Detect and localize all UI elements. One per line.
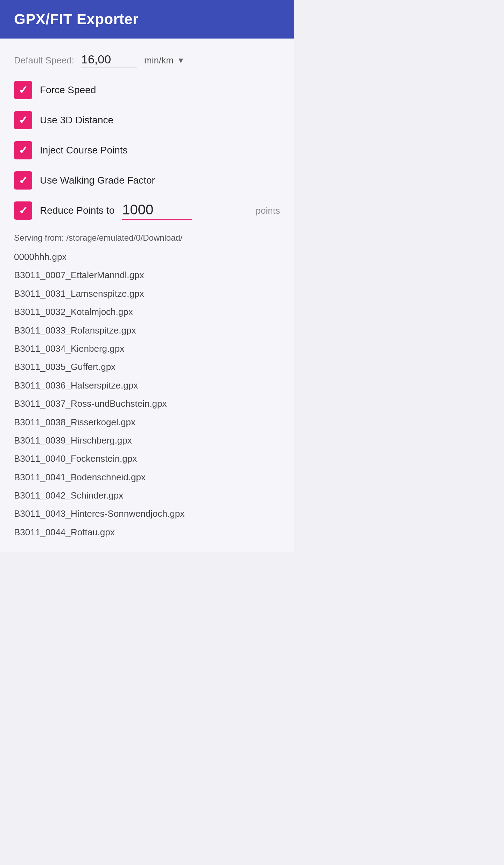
speed-input[interactable] bbox=[81, 53, 137, 68]
file-list-section: Serving from: /storage/emulated/0/Downlo… bbox=[14, 232, 280, 541]
inject-course-points-row: ✓ Inject Course Points bbox=[14, 141, 280, 159]
force-speed-checkmark: ✓ bbox=[19, 84, 28, 96]
list-item[interactable]: B3011_0035_Guffert.gpx bbox=[14, 358, 280, 376]
force-speed-checkbox[interactable]: ✓ bbox=[14, 81, 32, 99]
inject-course-points-checkbox[interactable]: ✓ bbox=[14, 141, 32, 159]
dropdown-arrow-icon: ▼ bbox=[177, 56, 185, 65]
use-walking-grade-factor-checkmark: ✓ bbox=[19, 175, 28, 186]
force-speed-label: Force Speed bbox=[40, 84, 96, 96]
reduce-points-input[interactable] bbox=[122, 202, 192, 220]
list-item[interactable]: B3011_0007_EttalerManndl.gpx bbox=[14, 266, 280, 284]
list-item[interactable]: B3011_0039_Hirschberg.gpx bbox=[14, 431, 280, 449]
list-item[interactable]: B3011_0042_Schinder.gpx bbox=[14, 486, 280, 504]
app-title: GPX/FIT Exporter bbox=[14, 11, 139, 28]
use-walking-grade-factor-row: ✓ Use Walking Grade Factor bbox=[14, 171, 280, 190]
inject-course-points-label: Inject Course Points bbox=[40, 145, 128, 156]
reduce-points-row: ✓ Reduce Points to points bbox=[14, 201, 280, 220]
list-item[interactable]: B3011_0031_Lamsenspitze.gpx bbox=[14, 284, 280, 303]
list-item[interactable]: 0000hhh.gpx bbox=[14, 248, 280, 266]
list-item[interactable]: B3011_0033_Rofanspitze.gpx bbox=[14, 321, 280, 339]
use-3d-distance-checkmark: ✓ bbox=[19, 115, 28, 126]
list-item[interactable]: B3011_0037_Ross-undBuchstein.gpx bbox=[14, 394, 280, 413]
list-item[interactable]: B3011_0038_Risserkogel.gpx bbox=[14, 413, 280, 431]
list-item[interactable]: B3011_0043_Hinteres-Sonnwendjoch.gpx bbox=[14, 504, 280, 523]
list-item[interactable]: B3011_0041_Bodenschneid.gpx bbox=[14, 468, 280, 486]
reduce-points-label: Reduce Points to bbox=[40, 205, 114, 216]
reduce-points-unit: points bbox=[256, 205, 280, 216]
reduce-points-checkbox[interactable]: ✓ bbox=[14, 201, 32, 220]
unit-text: min/km bbox=[144, 55, 174, 66]
force-speed-row: ✓ Force Speed bbox=[14, 81, 280, 99]
use-3d-distance-label: Use 3D Distance bbox=[40, 115, 113, 126]
list-item[interactable]: B3011_0034_Kienberg.gpx bbox=[14, 339, 280, 358]
app-header: GPX/FIT Exporter bbox=[0, 0, 294, 39]
use-walking-grade-factor-label: Use Walking Grade Factor bbox=[40, 175, 155, 186]
use-3d-distance-row: ✓ Use 3D Distance bbox=[14, 111, 280, 129]
unit-selector[interactable]: min/km ▼ bbox=[144, 55, 185, 66]
inject-course-points-checkmark: ✓ bbox=[19, 145, 28, 156]
use-walking-grade-factor-checkbox[interactable]: ✓ bbox=[14, 171, 32, 190]
use-3d-distance-checkbox[interactable]: ✓ bbox=[14, 111, 32, 129]
reduce-points-checkmark: ✓ bbox=[19, 205, 28, 216]
list-item[interactable]: B3011_0036_Halserspitze.gpx bbox=[14, 376, 280, 394]
speed-label: Default Speed: bbox=[14, 55, 74, 66]
file-list-container: 0000hhh.gpxB3011_0007_EttalerManndl.gpxB… bbox=[14, 248, 280, 541]
speed-row: Default Speed: min/km ▼ bbox=[14, 53, 280, 68]
serving-text: Serving from: /storage/emulated/0/Downlo… bbox=[14, 232, 280, 244]
main-content: Default Speed: min/km ▼ ✓ Force Speed ✓ … bbox=[0, 39, 294, 552]
list-item[interactable]: B3011_0032_Kotalmjoch.gpx bbox=[14, 303, 280, 321]
list-item[interactable]: B3011_0044_Rottau.gpx bbox=[14, 523, 280, 541]
list-item[interactable]: B3011_0040_Fockenstein.gpx bbox=[14, 449, 280, 468]
